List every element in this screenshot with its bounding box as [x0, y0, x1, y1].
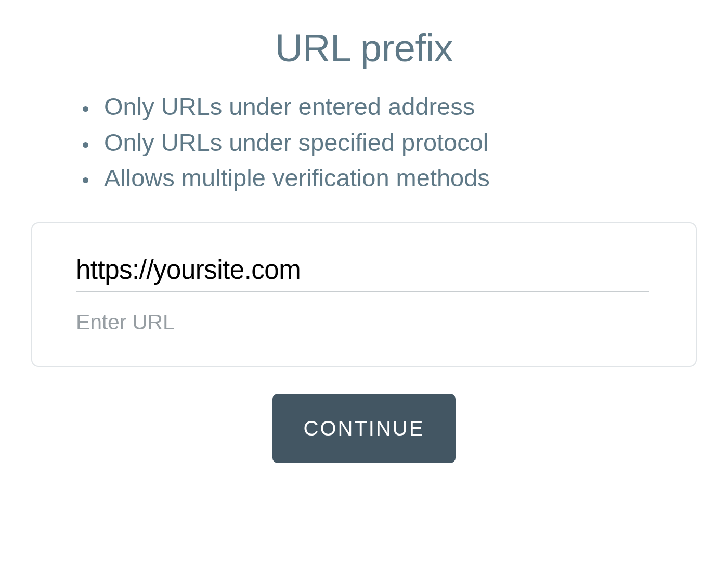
continue-button[interactable]: CONTINUE	[272, 394, 456, 463]
list-item: Only URLs under specified protocol	[98, 125, 676, 161]
button-row: CONTINUE	[31, 394, 697, 463]
page-title: URL prefix	[31, 26, 697, 70]
feature-list: Only URLs under entered address Only URL…	[62, 89, 676, 196]
list-item: Only URLs under entered address	[98, 89, 676, 125]
url-input-card: Enter URL	[31, 222, 697, 367]
url-helper-text: Enter URL	[76, 310, 649, 335]
url-input[interactable]	[76, 254, 649, 292]
list-item: Allows multiple verification methods	[98, 160, 676, 196]
